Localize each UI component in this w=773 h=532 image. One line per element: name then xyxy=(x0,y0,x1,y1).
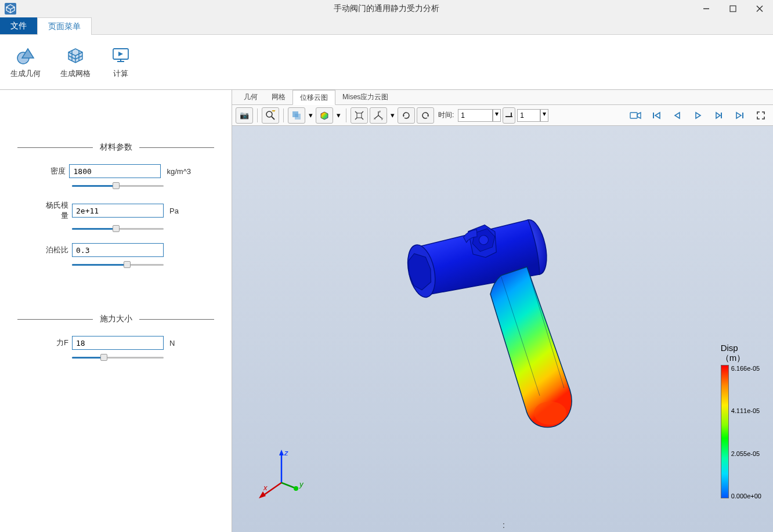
view-tabs: 几何 网格 位移云图 Mises应力云图 xyxy=(232,90,773,105)
render-mode-button[interactable] xyxy=(316,107,333,124)
svg-point-44 xyxy=(294,486,298,491)
record-button[interactable] xyxy=(627,107,644,124)
tab-file[interactable]: 文件 xyxy=(0,17,37,34)
valve-model xyxy=(383,201,638,457)
camera-icon: 📷 xyxy=(240,111,249,120)
video-icon xyxy=(630,111,641,120)
rotate-ccw-icon xyxy=(401,110,411,121)
build-mesh-button[interactable]: 生成网格 xyxy=(56,43,95,81)
title-bar: 手动阀门的通用静力受力分析 xyxy=(0,0,773,17)
transparency-button[interactable] xyxy=(288,107,305,124)
build-mesh-label: 生成网格 xyxy=(60,68,91,79)
svg-marker-26 xyxy=(655,113,660,118)
density-input[interactable] xyxy=(69,164,161,178)
play-button[interactable] xyxy=(689,107,707,124)
svg-rect-14 xyxy=(295,114,301,120)
material-section-title: 材料参数 xyxy=(93,142,139,153)
first-frame-button[interactable] xyxy=(648,107,665,124)
svg-marker-42 xyxy=(259,491,266,498)
time-input[interactable] xyxy=(458,109,493,122)
axis-triad: z x y xyxy=(255,445,313,503)
y-axis-label: y xyxy=(299,480,304,488)
frame-input[interactable] xyxy=(517,109,540,122)
density-slider[interactable] xyxy=(72,180,164,191)
tab-displacement-plot[interactable]: 位移云图 xyxy=(292,90,335,105)
tab-geometry[interactable]: 几何 xyxy=(237,90,265,104)
zoom-extents-button[interactable] xyxy=(351,107,368,124)
youngs-row: 杨氏模量 Pa xyxy=(41,200,191,221)
zoom-tool-button[interactable] xyxy=(262,107,279,124)
color-legend: Disp （m） 6.166e-05 4.111e-05 2.055e-05 0… xyxy=(721,343,761,500)
tab-mesh[interactable]: 网格 xyxy=(265,90,292,104)
force-section-header: 施力大小 xyxy=(17,314,214,324)
app-icon xyxy=(2,1,19,17)
svg-rect-32 xyxy=(742,113,743,118)
poisson-row: 泊松比 xyxy=(41,243,191,257)
view-panel: 几何 网格 位移云图 Mises应力云图 📷 ▾ ▾ xyxy=(232,90,773,532)
next-frame-button[interactable] xyxy=(710,107,728,124)
extents-icon xyxy=(354,110,364,121)
transparency-icon xyxy=(291,110,302,121)
close-button[interactable] xyxy=(746,0,773,17)
svg-rect-30 xyxy=(721,113,722,118)
prev-frame-button[interactable] xyxy=(669,107,686,124)
compute-button[interactable]: 计算 xyxy=(106,43,136,81)
svg-line-12 xyxy=(272,117,274,120)
forceF-input[interactable] xyxy=(72,336,164,350)
build-geometry-button[interactable]: 生成几何 xyxy=(6,43,45,81)
poisson-slider[interactable] xyxy=(72,259,164,270)
frame-combo[interactable]: ▾ xyxy=(517,109,548,122)
forceF-row: 力F N xyxy=(41,336,191,350)
density-label: 密度 xyxy=(41,166,69,176)
menu-tabs: 文件 页面菜单 xyxy=(0,17,773,35)
svg-marker-31 xyxy=(736,113,741,118)
frame-dropdown[interactable]: ▾ xyxy=(540,109,548,122)
svg-marker-8 xyxy=(118,52,123,56)
svg-line-43 xyxy=(281,483,295,488)
step-icon xyxy=(505,111,513,120)
time-dropdown[interactable]: ▾ xyxy=(493,109,501,122)
graphics-canvas[interactable]: z x y Disp （m） 6.166e-05 4.111e-0 xyxy=(232,126,773,532)
build-geometry-label: 生成几何 xyxy=(10,68,41,79)
skip-end-icon xyxy=(735,111,745,120)
svg-marker-20 xyxy=(427,115,429,117)
poisson-input[interactable] xyxy=(72,243,164,257)
svg-text:x: x xyxy=(374,117,375,120)
rotate-cw-button[interactable] xyxy=(417,107,434,124)
fullscreen-button[interactable] xyxy=(752,107,770,124)
axis-orient-button[interactable]: zxy xyxy=(370,107,387,124)
mesh-icon xyxy=(65,45,86,66)
youngs-label: 杨氏模量 xyxy=(41,200,72,221)
forceF-slider[interactable] xyxy=(72,352,164,363)
parameters-panel: 材料参数 密度 kg/m^3 杨氏模量 Pa 泊松比 施力大小 力 xyxy=(0,90,232,532)
maximize-button[interactable] xyxy=(720,0,746,17)
density-unit: kg/m^3 xyxy=(161,167,191,176)
axis-dropdown[interactable]: ▾ xyxy=(389,107,396,124)
snapshot-button[interactable]: 📷 xyxy=(236,107,253,124)
legend-title-2: （m） xyxy=(721,353,746,363)
main-area: 材料参数 密度 kg/m^3 杨氏模量 Pa 泊松比 施力大小 力 xyxy=(0,90,773,532)
render-dropdown[interactable]: ▾ xyxy=(335,107,342,124)
minimize-button[interactable] xyxy=(693,0,720,17)
compute-label: 计算 xyxy=(113,68,128,79)
tab-mises-plot[interactable]: Mises应力云图 xyxy=(335,90,395,104)
tab-page-menu[interactable]: 页面菜单 xyxy=(37,17,92,35)
density-row: 密度 kg/m^3 xyxy=(41,164,191,178)
time-combo[interactable]: ▾ xyxy=(458,109,501,122)
magnifier-icon xyxy=(265,110,276,121)
youngs-slider[interactable] xyxy=(72,223,164,234)
status-text: : xyxy=(503,520,505,530)
frame-step-button[interactable] xyxy=(503,107,515,124)
step-forward-icon xyxy=(714,111,724,120)
svg-text:y: y xyxy=(381,117,383,120)
svg-text:z: z xyxy=(379,110,381,113)
forceF-unit: N xyxy=(164,339,175,348)
time-label: 时间: xyxy=(436,110,456,120)
play-icon xyxy=(693,111,703,120)
transparency-dropdown[interactable]: ▾ xyxy=(307,107,314,124)
view-toolbar: 📷 ▾ ▾ zxy ▾ xyxy=(232,105,773,126)
svg-marker-24 xyxy=(637,113,641,118)
last-frame-button[interactable] xyxy=(731,107,749,124)
youngs-input[interactable] xyxy=(72,204,164,218)
rotate-ccw-button[interactable] xyxy=(398,107,415,124)
